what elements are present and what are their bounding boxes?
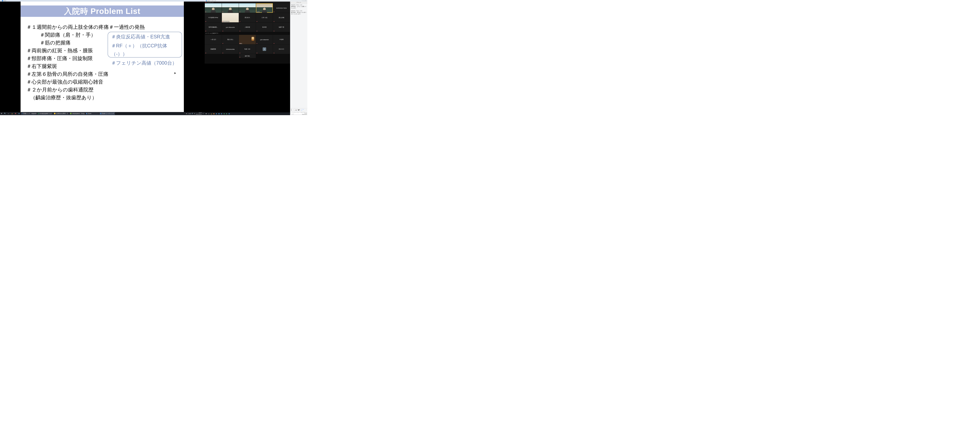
taskbar-app[interactable]: 🟡出席済み出席者 - Z… — [53, 112, 69, 115]
primary-window-titlebar: Zoom — [0, 0, 205, 2]
participant-tile[interactable]: ▲中谷研 — [273, 35, 290, 44]
mute-icon: ▲ — [222, 30, 223, 32]
slide-line: ＃左第６肋骨の局所の自発痛・圧痛 — [27, 70, 181, 78]
pdf-icon[interactable]: ▤ — [14, 112, 17, 115]
search-icon[interactable]: 🔍 — [3, 112, 6, 115]
participant-tile[interactable]: 押尾生▲ — [239, 35, 256, 44]
participant-tile[interactable]: ▲土井 久也 — [256, 13, 273, 22]
notifications-icon[interactable]: ▭ — [202, 113, 204, 114]
taskbar-app[interactable]: ✉受信トレイ - miyashit… — [21, 112, 37, 115]
taskbar-app[interactable]: ▣Zoom ミーティング — [99, 112, 115, 115]
mute-icon: ▲ — [274, 11, 275, 12]
participant-name: 濱口杉大 — [245, 17, 250, 19]
send-to-label: 宛先: — [291, 109, 293, 111]
task-view-icon[interactable]: ▭ — [7, 112, 10, 115]
taskbar-app[interactable]: ▦白河総合診療アカデ… — [37, 112, 53, 115]
send-to-select[interactable]: 全員 — [294, 109, 301, 111]
participant-tile[interactable]: t▲ — [256, 44, 273, 54]
participant-tile[interactable]: 徳 照宜 — [256, 3, 273, 13]
mute-icon: ▲ — [239, 21, 240, 22]
windows-taskbar[interactable]: ⊞ 🔍 ▭ 🗂 ▤ ◉ ✉受信トレイ - miyashit… ▦白河総合診療アカ… — [0, 112, 205, 115]
ime-icon[interactable]: A — [194, 113, 195, 114]
participant-name: 中川晶明のiPad — [208, 17, 218, 19]
app-icon[interactable]: ▦ — [213, 113, 215, 115]
system-tray[interactable]: ˄ ☁ ⍰ 🖧 🔊 A 10:37 2021/06/12 ▭ — [184, 112, 205, 115]
edge-icon[interactable]: ◉ — [18, 112, 21, 115]
mute-icon: ▲ — [239, 56, 240, 57]
participant-tile[interactable]: ▲ — [222, 3, 239, 13]
mute-icon: ▲ — [256, 21, 258, 22]
participant-tile[interactable]: ▲yuri mitsunobe — [222, 22, 239, 32]
task-view-icon[interactable]: ▭ — [208, 113, 210, 115]
participant-tile[interactable]: ▲NORIHISA TADA — [273, 3, 290, 13]
participant-tile[interactable]: Madoka AKIYA▲ — [222, 13, 239, 22]
participant-gallery: 一成 北方 ▲陽広 杉山 押尾生▲ ▲yuki nakanishi ▲中谷研 ▲… — [205, 35, 290, 63]
participant-tile[interactable]: ▲後藤匡範 — [205, 44, 222, 54]
mute-icon: ▲ — [239, 43, 240, 44]
cloud-icon[interactable]: ☁ — [186, 113, 187, 114]
more-icon[interactable]: ⋯ — [306, 109, 307, 111]
participant-name: 後藤匡範 — [210, 48, 216, 50]
tray-chevron-up-icon[interactable]: ˄ — [184, 113, 185, 114]
app-icon[interactable]: ◉ — [225, 113, 228, 115]
participant-tile[interactable]: ▲矢口大三 — [273, 44, 290, 54]
mouse-cursor-icon: ➤ — [174, 71, 176, 74]
participant-tile[interactable]: 一成 北方 — [205, 35, 222, 44]
participant-tile[interactable]: ▲有田胃腸病院… — [205, 22, 222, 32]
participant-name: 越智 晴紀 — [245, 55, 250, 57]
mute-icon: ▲ — [274, 30, 275, 32]
participant-tile[interactable]: ▲利彦 大井 — [239, 44, 256, 54]
explorer-icon[interactable]: 🗂 — [10, 112, 14, 115]
start-button[interactable]: ⊞ — [205, 113, 207, 115]
slide-line: ＃１週間前からの両上肢全体の疼痛 — [27, 23, 181, 31]
participant-tile[interactable]: ▲濱口杉大 — [239, 13, 256, 22]
participant-tile[interactable]: ▲福原千里 — [273, 22, 290, 32]
app-icon[interactable]: ◉ — [215, 113, 218, 115]
headset-icon[interactable]: ⍰ — [188, 113, 189, 114]
start-button[interactable]: ⊞ — [0, 113, 3, 114]
primary-app-name: Zoom — [4, 0, 6, 2]
participant-tile[interactable]: ▲中川晶明のiPad — [205, 13, 222, 22]
network-icon[interactable]: 🖧 — [189, 113, 191, 114]
secondary-taskbar[interactable]: ⊞ ▭ 🗂 ▦ ◉ ▣ ▧ ◆ ◉ ▤ — [205, 112, 290, 115]
zoom-app-icon — [206, 0, 207, 2]
app-icon[interactable]: ▣ — [218, 113, 220, 115]
window-close-icon[interactable]: ✕ — [305, 0, 306, 2]
participant-tile[interactable]: ▲陽広 杉山 — [222, 35, 239, 44]
taskbar-clock[interactable]: 10:37 2021/06/12 — [196, 112, 202, 115]
participant-tile[interactable]: ▲上臺邦彦 — [239, 22, 256, 32]
file-button[interactable]: ファイル — [301, 109, 305, 111]
mute-icon: ▲ — [239, 30, 240, 32]
app-icon[interactable]: ▧ — [220, 113, 223, 115]
box-line: ＃フェリチン高値（7000台） — [108, 59, 182, 67]
participant-tile[interactable]: ▲yuki nakanishi — [256, 35, 273, 44]
participant-name: 有田胃腸病院… — [208, 26, 218, 28]
window-max-icon[interactable]: ▢ — [304, 0, 305, 2]
taskbar-app[interactable]: 🟢calciphylaxis - Goog… — [69, 112, 85, 115]
participant-gallery: ▲ ▲ ▲ 徳 照宜 ▲NORIHISA TADA ▲中川晶明のiPad Mad… — [205, 3, 290, 32]
participant-tile[interactable]: ▲笹木 賢 — [256, 22, 273, 32]
volume-icon[interactable]: 🔊 — [191, 113, 193, 114]
participant-tile[interactable]: ▲shimizukunika — [222, 44, 239, 54]
mute-icon: ▲ — [222, 11, 223, 12]
participant-name: 矢口大三 — [279, 48, 284, 50]
mute-icon: ▲ — [256, 52, 258, 54]
participant-tile[interactable]: ▲ — [239, 3, 256, 13]
participant-tile[interactable]: ▲ — [205, 3, 222, 13]
app-icon[interactable]: ▤ — [228, 113, 230, 115]
secondary-clock[interactable]: 10:37 2021/06/12 — [302, 112, 307, 115]
participant-name: 中谷研 — [280, 39, 283, 41]
participant-tile[interactable]: ▲越智 晴紀 — [239, 54, 256, 58]
record-dot-icon — [205, 2, 206, 3]
participant-tile[interactable]: ▲西山沙織 — [273, 13, 290, 22]
explorer-icon[interactable]: 🗂 — [210, 113, 212, 115]
shared-slide: 入院時 Problem List ＃１週間前からの両上肢全体の疼痛 ＃一過性の発… — [21, 2, 184, 112]
window-min-icon[interactable]: — — [302, 0, 303, 2]
slide-line: ＃２か月前からの歯科通院歴 — [27, 86, 181, 93]
app-icon[interactable]: ◆ — [223, 113, 225, 115]
participant-name: yuri mitsunobe — [226, 27, 235, 28]
chevron-left-icon[interactable]: ‹ — [291, 2, 291, 3]
chat-message: 開始濱口 登録に 全員 濱口先生、本日はこちらありがとうございます。 — [290, 10, 307, 15]
taskbar-app[interactable]: ▣Zoom — [85, 112, 99, 115]
mute-icon: ▲ — [205, 30, 207, 32]
